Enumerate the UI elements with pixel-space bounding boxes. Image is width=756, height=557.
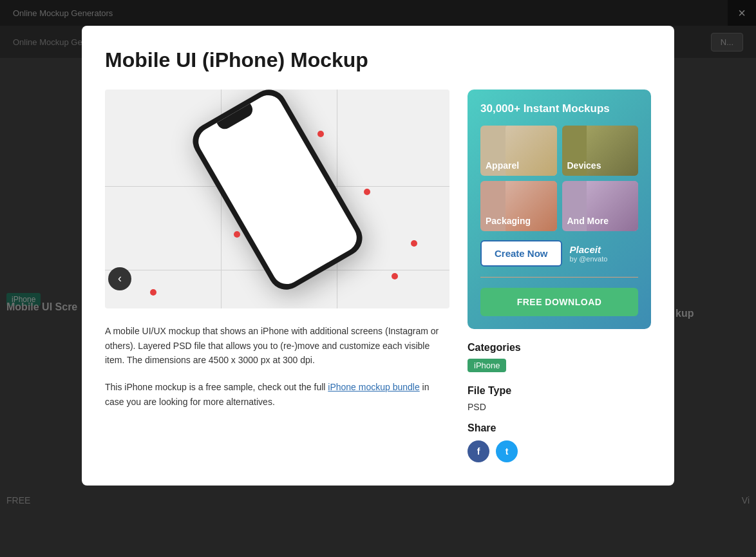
placeit-by-text: by @envato: [570, 255, 608, 263]
facebook-icon: f: [477, 446, 480, 457]
modal-right-column: 30,000+ Instant Mockups Apparel Devices: [468, 90, 651, 462]
twitter-share-button[interactable]: t: [496, 440, 518, 462]
file-type-label: File Type: [468, 385, 651, 397]
description-paragraph-1: A mobile UI/UX mockup that shows an iPho…: [105, 324, 449, 367]
social-icons-row: f t: [468, 440, 651, 462]
facebook-share-button[interactable]: f: [468, 440, 489, 462]
tile-packaging[interactable]: Packaging: [480, 181, 557, 231]
tile-andmore-label: And More: [567, 216, 609, 226]
modal-body: A mobile UI/UX mockup that shows an iPho…: [105, 90, 651, 462]
mockup-category-grid: Apparel Devices Packaging And More: [480, 126, 638, 231]
categories-label: Categories: [468, 342, 651, 354]
share-section: Share f t: [468, 422, 651, 462]
create-now-button[interactable]: Create Now: [480, 240, 562, 267]
tile-andmore[interactable]: And More: [562, 181, 639, 231]
share-label: Share: [468, 422, 651, 434]
hotspot-7[interactable]: [411, 240, 417, 247]
placeit-logo: Placeit by @envato: [570, 244, 608, 263]
twitter-icon: t: [506, 446, 509, 457]
iphone-bundle-link[interactable]: iPhone mockup bundle: [328, 382, 419, 392]
modal-title: Mobile UI (iPhone) Mockup: [105, 49, 651, 71]
placeit-divider: [480, 277, 638, 278]
hotspot-5[interactable]: [150, 289, 156, 296]
tile-devices[interactable]: Devices: [562, 126, 639, 176]
modal-dialog: Mobile UI (iPhone) Mockup: [82, 26, 674, 486]
tile-apparel[interactable]: Apparel: [480, 126, 557, 176]
hotspot-1[interactable]: [317, 131, 324, 137]
description-text-2-start: This iPhone mockup is a free sample, che…: [105, 382, 328, 392]
categories-section: Categories iPhone: [468, 342, 651, 372]
description-paragraph-2: This iPhone mockup is a free sample, che…: [105, 380, 449, 409]
mockup-preview-image: [105, 90, 449, 308]
description-text-1: A mobile UI/UX mockup that shows an iPho…: [105, 326, 439, 365]
placeit-logo-text: Placeit: [570, 244, 608, 255]
file-type-value: PSD: [468, 402, 651, 412]
hotspot-2[interactable]: [364, 189, 370, 195]
create-now-row: Create Now Placeit by @envato: [480, 240, 638, 267]
tile-apparel-label: Apparel: [486, 160, 519, 171]
tile-packaging-label: Packaging: [486, 216, 531, 226]
iphone-device: [186, 90, 369, 296]
tile-devices-label: Devices: [567, 160, 601, 171]
prev-arrow[interactable]: ‹: [108, 267, 131, 290]
hotspot-4[interactable]: [392, 273, 398, 279]
placeit-promo-box: 30,000+ Instant Mockups Apparel Devices: [468, 90, 651, 329]
placeit-box-title: 30,000+ Instant Mockups: [480, 102, 638, 115]
placeit-brand: Placeit: [570, 244, 601, 255]
hotspot-3[interactable]: [234, 231, 240, 238]
file-type-section: File Type PSD: [468, 385, 651, 412]
free-download-button[interactable]: FREE DOWNLOAD: [480, 288, 638, 316]
modal-left-column: A mobile UI/UX mockup that shows an iPho…: [105, 90, 449, 462]
iphone-category-badge[interactable]: iPhone: [468, 359, 506, 372]
